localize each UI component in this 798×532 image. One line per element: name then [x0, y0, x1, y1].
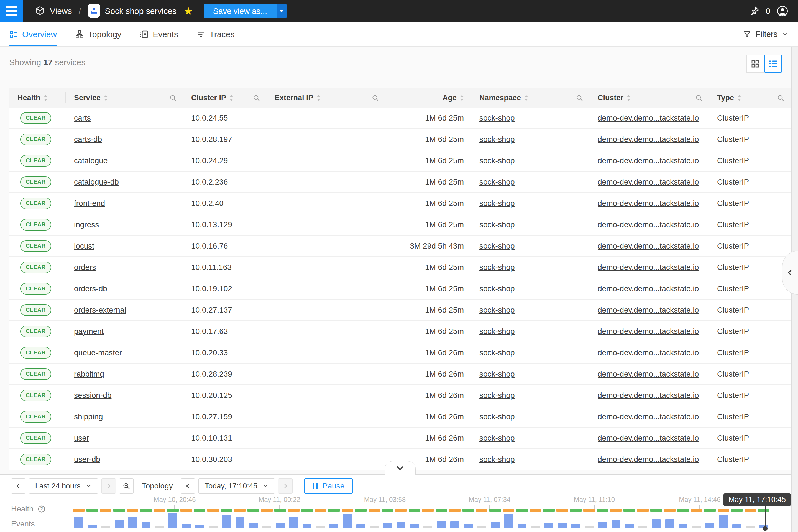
health-segment[interactable] — [462, 509, 474, 512]
table-row[interactable]: CLEAR orders-external 10.0.27.137 1M 6d … — [9, 300, 791, 321]
health-segment[interactable] — [744, 509, 756, 512]
health-segment[interactable] — [274, 509, 286, 512]
event-bar[interactable] — [639, 526, 647, 528]
sort-icon[interactable] — [317, 95, 321, 101]
event-bar[interactable] — [571, 524, 580, 528]
event-bar[interactable] — [128, 517, 137, 528]
health-segment[interactable] — [328, 509, 340, 512]
health-segment[interactable] — [677, 509, 689, 512]
health-segment[interactable] — [516, 509, 528, 512]
health-segment[interactable] — [234, 509, 246, 512]
table-row[interactable]: CLEAR carts 10.0.24.55 1M 6d 25m sock-sh… — [9, 108, 791, 129]
event-bar[interactable] — [450, 521, 459, 528]
event-bar[interactable] — [746, 526, 755, 528]
event-bar[interactable] — [276, 523, 285, 528]
event-bar[interactable] — [74, 517, 83, 528]
health-segment[interactable] — [597, 509, 608, 512]
event-bar[interactable] — [692, 526, 701, 528]
health-segment[interactable] — [583, 509, 595, 512]
service-link[interactable]: orders — [74, 263, 96, 272]
health-segment[interactable] — [436, 509, 447, 512]
health-segment[interactable] — [180, 509, 192, 512]
search-icon[interactable] — [576, 94, 583, 102]
table-row[interactable]: CLEAR shipping 10.0.27.159 1M 6d 26m soc… — [9, 406, 791, 428]
list-view-button[interactable] — [764, 55, 782, 73]
event-bar[interactable] — [491, 522, 499, 528]
event-bar[interactable] — [732, 524, 741, 528]
time-step-back-button[interactable] — [180, 478, 195, 494]
table-row[interactable]: CLEAR carts-db 10.0.28.197 1M 6d 25m soc… — [9, 129, 791, 150]
zoom-out-button[interactable] — [119, 478, 134, 494]
health-segment[interactable] — [489, 509, 501, 512]
cluster-link[interactable]: demo-dev.demo...tackstate.io — [598, 177, 699, 187]
namespace-link[interactable]: sock-shop — [479, 114, 515, 122]
health-segment[interactable] — [342, 509, 353, 512]
service-link[interactable]: catalogue-db — [74, 177, 119, 187]
health-segment[interactable] — [664, 509, 676, 512]
event-bar[interactable] — [209, 526, 217, 528]
service-link[interactable]: session-db — [74, 391, 111, 400]
cluster-link[interactable]: demo-dev.demo...tackstate.io — [598, 306, 699, 315]
event-bar[interactable] — [719, 515, 728, 528]
service-link[interactable]: carts — [74, 114, 91, 122]
namespace-link[interactable]: sock-shop — [479, 327, 515, 336]
namespace-link[interactable]: sock-shop — [479, 199, 515, 208]
sort-icon[interactable] — [460, 95, 464, 101]
tab-overview[interactable]: Overview — [9, 22, 57, 46]
health-segment[interactable] — [637, 509, 649, 512]
event-bar[interactable] — [464, 524, 473, 528]
event-bar[interactable] — [423, 526, 432, 528]
health-segment[interactable] — [570, 509, 582, 512]
health-segment[interactable] — [87, 509, 98, 512]
health-segment[interactable] — [368, 509, 380, 512]
event-bar[interactable] — [705, 523, 714, 528]
service-link[interactable]: orders-db — [74, 284, 107, 293]
help-icon[interactable]: ? — [37, 505, 46, 513]
health-segment[interactable] — [543, 509, 555, 512]
health-segment[interactable] — [530, 509, 541, 512]
event-bar[interactable] — [558, 522, 567, 528]
service-link[interactable]: payment — [74, 327, 103, 336]
column-header-type[interactable]: Type — [709, 88, 791, 108]
current-time-dropdown[interactable]: Today, 17:10:45 — [198, 478, 275, 494]
service-link[interactable]: carts-db — [74, 135, 102, 144]
search-icon[interactable] — [253, 94, 260, 102]
namespace-link[interactable]: sock-shop — [479, 135, 515, 144]
service-link[interactable]: front-end — [74, 199, 105, 208]
current-time-marker-dot[interactable] — [763, 526, 767, 531]
namespace-link[interactable]: sock-shop — [479, 306, 515, 315]
service-link[interactable]: rabbitmq — [74, 369, 104, 379]
event-bar[interactable] — [679, 524, 687, 528]
health-segment[interactable] — [113, 509, 125, 512]
health-segment[interactable] — [288, 509, 300, 512]
event-bar[interactable] — [625, 524, 634, 528]
table-row[interactable]: CLEAR orders-db 10.0.19.102 1M 6d 25m so… — [9, 278, 791, 300]
search-icon[interactable] — [372, 94, 379, 102]
event-bar[interactable] — [235, 517, 244, 528]
event-bar[interactable] — [356, 524, 365, 528]
favorite-star-icon[interactable]: ★ — [184, 6, 193, 16]
cluster-link[interactable]: demo-dev.demo...tackstate.io — [598, 263, 699, 272]
namespace-link[interactable]: sock-shop — [479, 156, 515, 165]
event-bar[interactable] — [397, 522, 405, 528]
health-segment[interactable] — [718, 509, 729, 512]
event-bar[interactable] — [289, 517, 298, 528]
grid-view-button[interactable] — [746, 55, 764, 73]
column-header-external-ip[interactable]: External IP — [266, 88, 385, 108]
time-range-dropdown[interactable]: Last 24 hours — [29, 478, 98, 494]
health-segment[interactable] — [73, 509, 84, 512]
table-row[interactable]: CLEAR catalogue 10.0.24.29 1M 6d 25m soc… — [9, 150, 791, 172]
namespace-link[interactable]: sock-shop — [479, 455, 515, 464]
service-link[interactable]: orders-external — [74, 306, 126, 315]
search-icon[interactable] — [169, 94, 177, 102]
table-row[interactable]: CLEAR queue-master 10.0.20.33 1M 6d 26m … — [9, 342, 791, 363]
service-link[interactable]: user-db — [74, 455, 100, 464]
health-segment[interactable] — [221, 509, 232, 512]
sort-icon[interactable] — [104, 95, 108, 101]
cluster-link[interactable]: demo-dev.demo...tackstate.io — [598, 348, 699, 357]
sort-icon[interactable] — [44, 95, 48, 101]
cluster-link[interactable]: demo-dev.demo...tackstate.io — [598, 284, 699, 293]
service-link[interactable]: ingress — [74, 220, 99, 229]
breadcrumb-views[interactable]: Views — [50, 6, 72, 16]
save-view-as-button[interactable]: Save view as... — [204, 4, 277, 18]
